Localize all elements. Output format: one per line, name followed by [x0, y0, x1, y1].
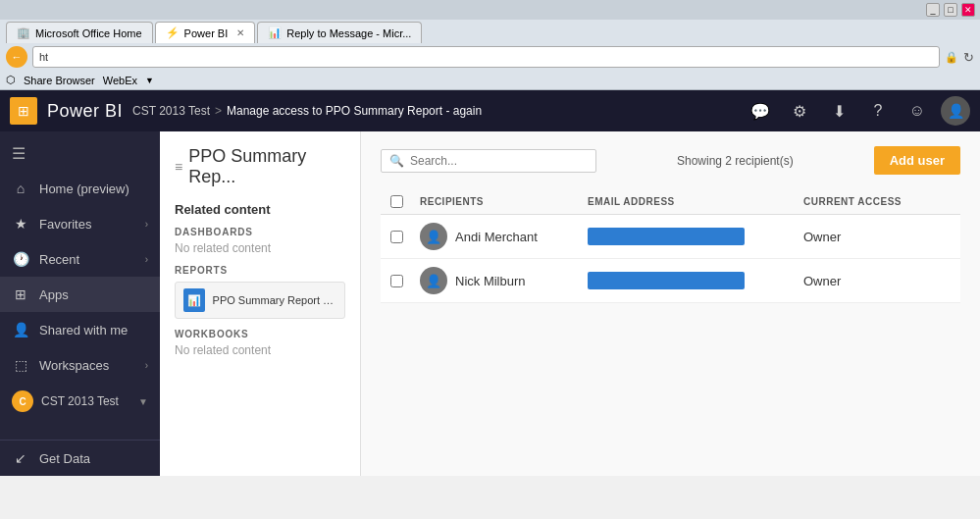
header-icons: 💬 ⚙ ⬇ ? ☺ 👤 — [745, 95, 970, 127]
back-button[interactable]: ← — [6, 46, 27, 68]
share-browser-label[interactable]: Share Browser — [24, 75, 95, 86]
row2-check — [390, 275, 420, 287]
workbooks-no-content: No related content — [175, 343, 345, 357]
tab-powerbi-close[interactable]: ✕ — [236, 27, 244, 38]
list-icon: ≡ — [175, 159, 182, 175]
sidebar-item-workspaces[interactable]: ⬚ Workspaces › — [0, 347, 160, 383]
row1-name-cell: 👤 Andi Merchant — [420, 223, 588, 250]
tab-powerbi-icon: ⚡ — [166, 26, 180, 39]
row1-email-bar — [588, 228, 745, 245]
tab-office[interactable]: 🏢 Microsoft Office Home — [6, 22, 153, 43]
webex-label[interactable]: WebEx — [103, 75, 137, 86]
reports-heading: REPORTS — [175, 265, 345, 276]
left-panel: ≡ PPO Summary Rep... Related content DAS… — [160, 131, 361, 476]
favorites-arrow-icon: › — [145, 219, 148, 230]
search-input[interactable] — [410, 154, 587, 168]
breadcrumb-current: Manage access to PPO Summary Report - ag… — [227, 104, 482, 118]
dashboards-no-content: No related content — [175, 241, 345, 255]
workspace-item-cst[interactable]: C CST 2013 Test ▼ — [0, 383, 160, 420]
lock-icon: 🔒 — [945, 51, 958, 64]
help-icon-btn[interactable]: ? — [862, 95, 894, 127]
main-layout: ☰ ⌂ Home (preview) ★ Favorites › 🕐 Recen… — [0, 131, 980, 476]
tab-reply-icon: 📊 — [268, 26, 282, 39]
browser-toolbar: ← 🔒 ↻ — [0, 43, 980, 71]
browser-tabs: 🏢 Microsoft Office Home ⚡ Power BI ✕ 📊 R… — [0, 20, 980, 43]
content-area: ≡ PPO Summary Rep... Related content DAS… — [160, 131, 980, 476]
tab-reply[interactable]: 📊 Reply to Message - Micr... — [257, 22, 422, 43]
settings-icon-btn[interactable]: ⚙ — [784, 95, 815, 127]
tab-office-icon: 🏢 — [17, 26, 30, 39]
close-button[interactable]: ✕ — [961, 3, 975, 17]
right-panel-header: 🔍 Showing 2 recipient(s) Add user — [381, 146, 960, 175]
row2-email-cell — [588, 272, 803, 289]
workbooks-heading: WORKBOOKS — [175, 329, 345, 339]
row2-checkbox[interactable] — [390, 275, 403, 287]
webex-arrow: ▼ — [145, 76, 154, 85]
panel-title-text: PPO Summary Rep... — [188, 146, 345, 187]
sidebar-item-home[interactable]: ⌂ Home (preview) — [0, 171, 160, 206]
browser-chrome: _ □ ✕ 🏢 Microsoft Office Home ⚡ Power BI… — [0, 0, 980, 90]
row2-avatar: 👤 — [420, 267, 447, 294]
tab-reply-label: Reply to Message - Micr... — [286, 27, 411, 39]
grid-icon[interactable]: ⊞ — [10, 97, 37, 125]
favorites-icon: ★ — [12, 215, 29, 233]
pbi-header: ⊞ Power BI CST 2013 Test > Manage access… — [0, 90, 980, 131]
sidebar-item-favorites[interactable]: ★ Favorites › — [0, 206, 160, 241]
related-content-label: Related content — [175, 202, 345, 217]
sidebar-apps-label: Apps — [39, 287, 148, 302]
apps-icon: ⊞ — [12, 285, 29, 303]
sidebar-shared-label: Shared with me — [39, 323, 148, 337]
row1-name: Andi Merchant — [455, 230, 538, 244]
tab-powerbi-label: Power BI — [184, 27, 229, 39]
select-all-checkbox[interactable] — [390, 195, 403, 208]
sidebar-recent-label: Recent — [39, 252, 135, 267]
workspace-badge: C — [12, 390, 33, 412]
sidebar-item-get-data[interactable]: ↙ Get Data — [0, 440, 160, 476]
refresh-icon[interactable]: ↻ — [963, 50, 974, 65]
breadcrumb: CST 2013 Test > Manage access to PPO Sum… — [132, 104, 735, 118]
row1-checkbox[interactable] — [390, 231, 403, 243]
sidebar: ☰ ⌂ Home (preview) ★ Favorites › 🕐 Recen… — [0, 131, 160, 476]
sidebar-item-apps[interactable]: ⊞ Apps — [0, 277, 160, 312]
url-bar[interactable] — [32, 46, 940, 68]
table-header: RECIPIENTS EMAIL ADDRESS CURRENT ACCESS — [381, 189, 960, 215]
add-user-button[interactable]: Add user — [874, 146, 960, 175]
report-item-label: PPO Summary Report - ag... — [213, 294, 336, 306]
share-bar: ⬡ Share Browser WebEx ▼ — [0, 71, 980, 89]
search-box: 🔍 — [381, 149, 596, 173]
tab-powerbi[interactable]: ⚡ Power BI ✕ — [155, 22, 256, 43]
row2-access: Owner — [803, 274, 951, 288]
recent-arrow-icon: › — [145, 254, 148, 265]
minimize-button[interactable]: _ — [926, 3, 940, 17]
breadcrumb-root[interactable]: CST 2013 Test — [132, 104, 210, 118]
smiley-icon-btn[interactable]: ☺ — [902, 95, 933, 127]
workspaces-arrow-icon: › — [145, 360, 148, 371]
row1-avatar: 👤 — [420, 223, 447, 250]
row2-name-cell: 👤 Nick Milburn — [420, 267, 588, 294]
sidebar-home-label: Home (preview) — [39, 182, 148, 196]
maximize-button[interactable]: □ — [944, 3, 957, 17]
breadcrumb-separator: > — [215, 104, 222, 118]
row2-name: Nick Milburn — [455, 274, 526, 288]
home-icon: ⌂ — [12, 180, 29, 197]
row1-email-cell — [588, 228, 803, 245]
workspace-label: CST 2013 Test — [41, 394, 119, 408]
sidebar-toggle[interactable]: ☰ — [0, 136, 160, 171]
header-check-col — [390, 195, 420, 208]
table-row: 👤 Andi Merchant Owner — [381, 215, 960, 259]
sidebar-favorites-label: Favorites — [39, 217, 135, 232]
sidebar-item-shared[interactable]: 👤 Shared with me — [0, 312, 160, 347]
showing-text: Showing 2 recipient(s) — [677, 154, 794, 168]
user-avatar[interactable]: 👤 — [941, 96, 970, 126]
get-data-icon: ↙ — [12, 449, 29, 467]
report-item-ppo[interactable]: 📊 PPO Summary Report - ag... — [175, 282, 345, 319]
workspace-arrow-icon: ▼ — [138, 396, 148, 407]
sidebar-item-recent[interactable]: 🕐 Recent › — [0, 241, 160, 277]
row2-email-bar — [588, 272, 745, 289]
chat-icon-btn[interactable]: 💬 — [745, 95, 776, 127]
panel-title: ≡ PPO Summary Rep... — [175, 146, 345, 187]
sidebar-workspaces-label: Workspaces — [39, 358, 135, 373]
row1-access: Owner — [803, 230, 951, 244]
download-icon-btn[interactable]: ⬇ — [823, 95, 854, 127]
search-icon: 🔍 — [389, 154, 404, 168]
